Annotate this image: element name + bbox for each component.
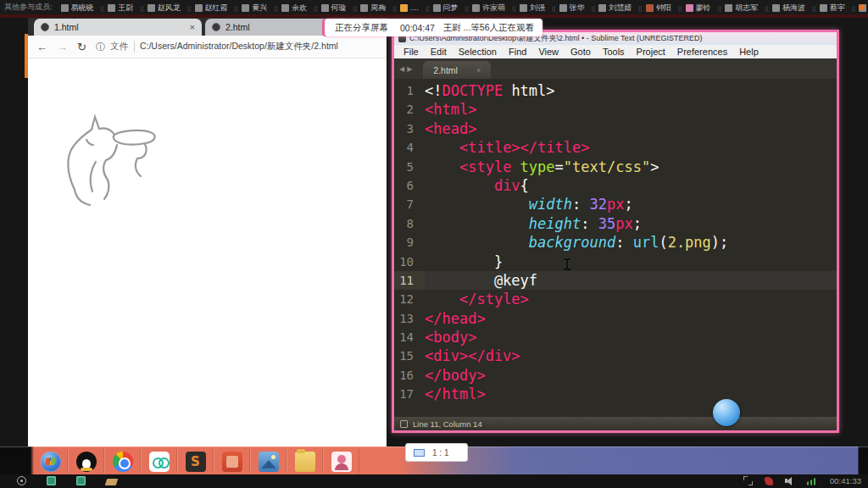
participant-chip[interactable]: 余欢 (281, 3, 318, 14)
code-text: <head> (425, 119, 476, 138)
code-line[interactable]: 7 width: 32px; (394, 195, 837, 214)
tab-scroll-arrows-icon[interactable]: ◀▶ (399, 65, 415, 73)
participant-chip[interactable]: 赵风龙 (147, 3, 192, 14)
wps-icon (222, 452, 242, 472)
notification-dot-icon[interactable] (859, 4, 865, 10)
participant-chip[interactable]: 刘慧婧 (598, 3, 643, 14)
avatar (559, 4, 567, 12)
tab-close-icon[interactable]: × (190, 23, 195, 32)
menu-item-project[interactable]: Project (631, 47, 671, 57)
line-number: 6 (394, 176, 425, 195)
participant-chip[interactable]: 钟阳 (646, 3, 682, 14)
menu-item-help[interactable]: Help (733, 47, 765, 57)
reload-icon[interactable]: ↻ (77, 41, 86, 53)
code-line[interactable]: 15<div></div> (394, 347, 837, 365)
menu-item-selection[interactable]: Selection (453, 47, 503, 57)
code-line[interactable]: 4 <title></title> (394, 138, 837, 157)
participant-chip[interactable]: 赵红霞 (195, 3, 239, 14)
share-viewers-label[interactable]: 王尉 ...等56人正在观看 (443, 22, 534, 34)
code-line[interactable]: 6 div{ (394, 176, 837, 195)
taskbar-button-folder[interactable] (287, 449, 323, 474)
menu-item-goto[interactable]: Goto (565, 47, 597, 57)
chrome-icon (113, 452, 133, 472)
player-record-icon[interactable] (17, 476, 26, 485)
code-text: </html> (425, 385, 486, 403)
avatar (472, 4, 480, 12)
player-green-icon-2[interactable] (76, 476, 86, 485)
code-line[interactable]: 13</head> (394, 309, 837, 328)
taskbar-button-photos[interactable] (250, 449, 287, 474)
sublime-tab-2html[interactable]: 2.html × (423, 61, 491, 79)
participant-chip[interactable]: 何璇 (321, 3, 358, 14)
fullscreen-icon[interactable] (743, 476, 753, 485)
code-editor[interactable]: 1<!DOCTYPE html>2<html>3<head>4 <title><… (394, 79, 837, 417)
player-green-icon-1[interactable] (47, 476, 56, 485)
player-eraser-icon[interactable] (105, 479, 119, 485)
taskbar-button-sublime[interactable]: S (177, 449, 214, 474)
speaker-icon[interactable] (785, 477, 795, 485)
globe-favicon-icon (212, 23, 220, 31)
code-line[interactable]: 16</body> (394, 366, 837, 385)
tab-close-icon[interactable]: × (476, 66, 481, 75)
participant-chip[interactable]: 杨海波 (772, 3, 816, 14)
participant-chip[interactable]: 许家萌 (472, 3, 516, 14)
sublime-menubar: FileEditSelectionFindViewGotoToolsProjec… (394, 45, 837, 58)
participant-chip[interactable]: 蔡宇 (820, 3, 856, 14)
code-line[interactable]: 8 height: 35px; (394, 214, 837, 233)
taskbar-button-wps[interactable] (214, 449, 250, 474)
code-text: <title></title> (425, 138, 589, 157)
code-line[interactable]: 11 @keyf (394, 271, 837, 290)
participant-name: 刘强 (530, 3, 545, 14)
menu-item-view[interactable]: View (532, 47, 565, 57)
menu-item-preferences[interactable]: Preferences (671, 47, 733, 57)
avatar (400, 4, 408, 12)
code-line[interactable]: 1<!DOCTYPE html> (394, 81, 837, 100)
code-text: width: 32px; (425, 195, 633, 214)
code-text: background: url(2.png); (425, 233, 728, 252)
menu-item-file[interactable]: File (398, 47, 425, 57)
participant-chip[interactable]: 廖铃 (686, 3, 722, 14)
code-line[interactable]: 3<head> (394, 119, 837, 138)
presenter-pointer-icon (713, 399, 740, 426)
browser-tab-1html[interactable]: 1.html × (34, 19, 202, 36)
menu-item-find[interactable]: Find (503, 47, 532, 57)
code-line[interactable]: 5 <style type="text/css"> (394, 158, 837, 176)
code-line[interactable]: 12 </style> (394, 290, 837, 308)
participant-chip[interactable]: 周梅 (360, 3, 397, 14)
participant-chip[interactable]: .... (400, 3, 430, 12)
participant-chip[interactable]: 胡志军 (725, 3, 769, 14)
document-icon (400, 420, 408, 428)
avatar (281, 4, 289, 12)
participant-chip[interactable]: 王尉 (108, 3, 144, 14)
taskbar-button-contacts[interactable] (323, 449, 359, 474)
page-info-icon[interactable]: ⓘ (96, 41, 105, 53)
participant-chip[interactable]: 张华 (559, 3, 596, 14)
menu-item-tools[interactable]: Tools (597, 47, 631, 57)
avatar (61, 4, 69, 12)
avatar (646, 4, 654, 12)
url-text: C:/Users/Administrator/Desktop/新建文件夹/2.h… (140, 41, 338, 53)
taskbar-button-qq[interactable] (68, 449, 104, 474)
back-icon[interactable]: ← (36, 41, 47, 53)
forward-icon[interactable]: → (57, 41, 68, 53)
code-line[interactable]: 17</html> (394, 385, 837, 403)
participants-bar: 其他参与成员: 易晓晓王尉赵风龙赵红霞黄兴余欢何璇周梅....问梦许家萌刘强张华… (0, 0, 868, 14)
sublime-tab-label: 2.html (433, 65, 458, 75)
taskbar-button-start[interactable] (34, 449, 68, 474)
code-line[interactable]: 10 } (394, 252, 837, 271)
address-bar[interactable]: ⓘ 文件 C:/Users/Administrator/Desktop/新建文件… (96, 41, 378, 53)
code-line[interactable]: 9 background: url(2.png); (394, 233, 837, 252)
participant-name: 问梦 (443, 3, 459, 14)
menu-item-edit[interactable]: Edit (425, 47, 453, 57)
taskbar-button-meeting[interactable] (141, 449, 177, 474)
sketch-drawing (49, 109, 168, 211)
participant-name: 王尉 (118, 3, 133, 14)
participant-chip[interactable]: 问梦 (433, 3, 470, 14)
participant-chip[interactable]: 刘强 (520, 3, 556, 14)
participant-chip[interactable]: 易晓晓 (61, 3, 105, 14)
brush-icon[interactable] (765, 477, 773, 485)
code-line[interactable]: 2<html> (394, 100, 837, 119)
code-line[interactable]: 14<body> (394, 328, 837, 347)
taskbar-button-chrome[interactable] (104, 449, 141, 474)
participant-chip[interactable]: 黄兴 (242, 3, 278, 14)
